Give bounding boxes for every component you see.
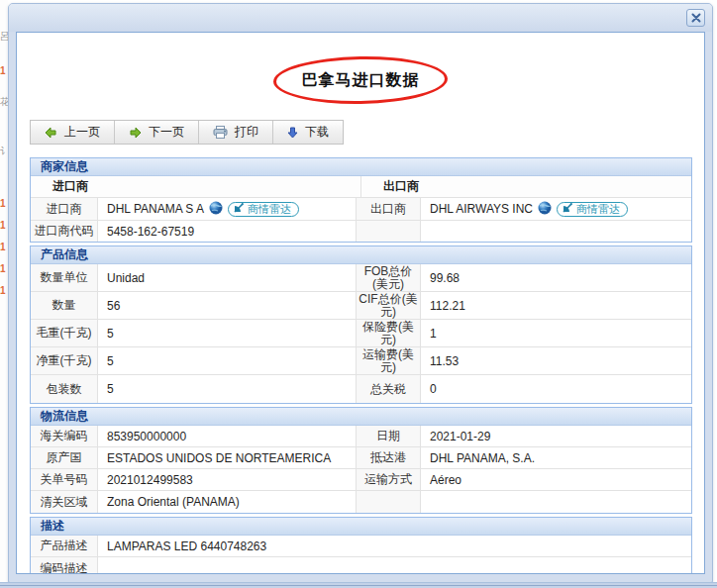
background-page-sliver: 呂 1 花 讠 1 1 1 1 1 bbox=[0, 0, 8, 588]
product-section: 产品信息 数量单位 Unidad FOB总价(美元) 99.68 数量 56 C… bbox=[30, 245, 692, 404]
bg-fragment: 1 bbox=[0, 263, 6, 274]
globe-icon[interactable] bbox=[538, 201, 552, 218]
product-section-header: 产品信息 bbox=[31, 246, 691, 264]
field-value: 0 bbox=[420, 375, 691, 403]
field-value: 2021-01-29 bbox=[420, 426, 691, 446]
field-value: LAMPARAS LED 6440748263 bbox=[97, 536, 691, 556]
field-label: 包装数 bbox=[31, 375, 97, 403]
blue-arrow-down-icon bbox=[287, 127, 298, 139]
field-label: 关单号码 bbox=[31, 469, 97, 490]
close-button[interactable] bbox=[686, 9, 705, 27]
merchant-row: 进口商代码 5458-162-67519 bbox=[31, 221, 691, 242]
field-value: Unidad bbox=[97, 264, 356, 291]
field-label: 净重(千克) bbox=[31, 347, 97, 374]
page-title: 巴拿马进口数据 bbox=[302, 70, 420, 91]
description-section-header: 描述 bbox=[31, 518, 691, 536]
field-value: 2021012499583 bbox=[97, 469, 356, 490]
logistics-section-header: 物流信息 bbox=[31, 408, 691, 426]
empty-value-cell bbox=[420, 221, 691, 242]
logistics-row: 海关编码 853950000000 日期 2021-01-29 bbox=[31, 426, 691, 447]
bg-fragment: 1 bbox=[0, 242, 6, 252]
importer-name: DHL PANAMA S A bbox=[107, 202, 204, 216]
bg-fragment: 呂 bbox=[0, 30, 8, 44]
prev-page-label: 上一页 bbox=[64, 124, 100, 141]
download-label: 下载 bbox=[305, 124, 329, 141]
field-value: 853950000000 bbox=[97, 426, 356, 446]
importer-code-value: 5458-162-67519 bbox=[97, 221, 356, 242]
field-value: 11.53 bbox=[420, 347, 691, 374]
logistics-row: 关单号码 2021012499583 运输方式 Aéreo bbox=[31, 469, 691, 491]
field-value: DHL PANAMA, S.A. bbox=[420, 447, 691, 468]
title-area: 巴拿马进口数据 bbox=[17, 47, 704, 114]
field-label: 保险费(美元) bbox=[356, 320, 420, 346]
field-value: 56 bbox=[97, 292, 356, 319]
product-row: 数量单位 Unidad FOB总价(美元) 99.68 bbox=[31, 264, 691, 292]
field-value: ESTADOS UNIDOS DE NORTEAMERICA bbox=[97, 447, 356, 468]
dialog-content: 巴拿马进口数据 上一页 下一页 bbox=[16, 32, 705, 574]
field-label: 编码描述 bbox=[31, 557, 97, 574]
green-arrow-left-icon bbox=[45, 127, 57, 139]
next-page-label: 下一页 bbox=[149, 124, 184, 141]
window-bottom-edge bbox=[0, 582, 717, 588]
globe-icon[interactable] bbox=[209, 201, 223, 218]
field-label: 清关区域 bbox=[31, 491, 97, 513]
field-label: 数量 bbox=[31, 292, 97, 319]
importer-radar-button[interactable]: 商情雷达 bbox=[228, 202, 299, 217]
field-label: 数量单位 bbox=[31, 264, 97, 291]
next-page-button[interactable]: 下一页 bbox=[115, 121, 199, 144]
description-row: 编码描述 bbox=[31, 557, 691, 574]
product-row: 毛重(千克) 5 保险费(美元) 1 bbox=[31, 320, 691, 347]
print-button[interactable]: 打印 bbox=[199, 121, 273, 144]
bg-fragment: 1 bbox=[0, 198, 6, 209]
empty-label-cell bbox=[356, 221, 420, 242]
download-button[interactable]: 下载 bbox=[273, 121, 343, 144]
description-section: 描述 产品描述 LAMPARAS LED 6440748263 编码描述 bbox=[30, 517, 692, 574]
merchant-row: 进口商 DHL PANAMA S A bbox=[31, 198, 691, 221]
exporter-name: DHL AIRWAYS INC bbox=[430, 202, 533, 216]
description-row: 产品描述 LAMPARAS LED 6440748263 bbox=[31, 536, 691, 557]
exporter-group-header: 出口商 bbox=[360, 176, 691, 197]
field-value: 99.68 bbox=[420, 264, 691, 291]
logistics-row: 原产国 ESTADOS UNIDOS DE NORTEAMERICA 抵达港 D… bbox=[31, 447, 691, 469]
exporter-value-cell: DHL AIRWAYS INC bbox=[420, 198, 691, 220]
printer-icon bbox=[213, 126, 228, 139]
field-value: 1 bbox=[420, 320, 691, 346]
pager-toolbar: 上一页 下一页 打印 bbox=[30, 120, 344, 145]
field-value: Aéreo bbox=[420, 469, 691, 490]
field-label: CIF总价(美元) bbox=[356, 292, 420, 319]
exporter-radar-label: 商情雷达 bbox=[576, 203, 620, 216]
field-value: 5 bbox=[97, 347, 356, 374]
product-row: 净重(千克) 5 运输费(美元) 11.53 bbox=[31, 347, 691, 375]
field-value bbox=[420, 491, 691, 513]
importer-value-cell: DHL PANAMA S A bbox=[97, 198, 356, 220]
logistics-section: 物流信息 海关编码 853950000000 日期 2021-01-29 原产国… bbox=[30, 407, 692, 514]
exporter-radar-button[interactable]: 商情雷达 bbox=[557, 202, 628, 217]
import-data-dialog: 巴拿马进口数据 上一页 下一页 bbox=[8, 3, 713, 583]
importer-label: 进口商 bbox=[31, 198, 97, 220]
radar-icon bbox=[234, 202, 245, 216]
importer-radar-label: 商情雷达 bbox=[248, 203, 291, 216]
print-label: 打印 bbox=[235, 124, 258, 141]
bg-fragment: 1 bbox=[0, 220, 6, 231]
merchant-section-header: 商家信息 bbox=[31, 158, 691, 176]
bg-fragment: 1 bbox=[0, 285, 6, 296]
product-row: 数量 56 CIF总价(美元) 112.21 bbox=[31, 292, 691, 320]
field-label: 抵达港 bbox=[356, 447, 420, 468]
merchant-section: 商家信息 进口商 出口商 进口商 DHL PANAMA S A bbox=[30, 157, 692, 243]
bg-fragment: 1 bbox=[0, 65, 6, 76]
logistics-row: 清关区域 Zona Oriental (PANAMA) bbox=[31, 491, 691, 513]
bg-fragment: 讠 bbox=[0, 145, 8, 158]
field-value bbox=[97, 557, 691, 574]
detail-sections: 商家信息 进口商 出口商 进口商 DHL PANAMA S A bbox=[30, 157, 692, 574]
merchant-group-header-row: 进口商 出口商 bbox=[31, 176, 691, 198]
field-value: 5 bbox=[97, 375, 356, 403]
exporter-label: 出口商 bbox=[356, 198, 420, 220]
field-label: 产品描述 bbox=[31, 536, 97, 556]
product-row: 包装数 5 总关税 0 bbox=[31, 375, 691, 403]
close-icon bbox=[691, 9, 701, 27]
field-label: 总关税 bbox=[356, 375, 420, 403]
field-label: 毛重(千克) bbox=[31, 320, 97, 346]
prev-page-button[interactable]: 上一页 bbox=[31, 121, 115, 144]
field-label: 原产国 bbox=[31, 447, 97, 468]
importer-group-header: 进口商 bbox=[31, 176, 360, 197]
